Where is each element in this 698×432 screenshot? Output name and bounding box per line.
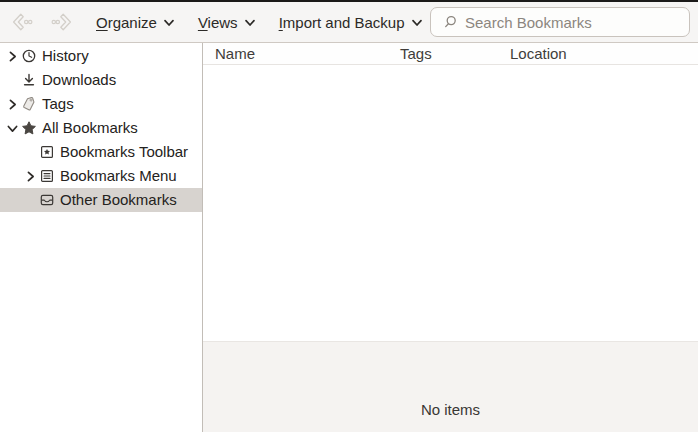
empty-state-text: No items — [203, 401, 698, 418]
column-header-location[interactable]: Location — [510, 44, 567, 64]
search-icon — [442, 14, 458, 30]
sidebar-item-label: Tags — [42, 96, 74, 112]
menu-button-label: Organize — [96, 14, 157, 31]
content-area: HistoryDownloadsTagsAll BookmarksBookmar… — [0, 43, 698, 432]
chevron-down-icon — [163, 17, 175, 29]
forward-button[interactable] — [50, 9, 76, 35]
bookmarks-menu-icon — [39, 168, 55, 184]
back-button[interactable] — [8, 9, 34, 35]
search-input[interactable] — [465, 14, 681, 31]
toolbar: Organize Views Import and Backup — [0, 2, 698, 43]
chevron-down-icon — [244, 17, 256, 29]
sidebar-item-label: Other Bookmarks — [60, 192, 177, 208]
chevron-down-icon[interactable] — [4, 120, 21, 136]
expander-spacer — [22, 192, 39, 208]
download-icon — [21, 72, 37, 88]
search-box[interactable] — [430, 7, 690, 37]
views-menu-button[interactable]: Views — [195, 9, 259, 36]
chevron-right-icon[interactable] — [4, 48, 21, 64]
import-and-backup-menu-button[interactable]: Import and Backup — [276, 9, 426, 36]
column-header-tags[interactable]: Tags — [400, 44, 432, 64]
list-header: Name Tags Location — [203, 43, 698, 65]
expander-spacer — [4, 72, 21, 88]
column-header-name[interactable]: Name — [215, 44, 255, 64]
sidebar-item-label: Downloads — [42, 72, 116, 88]
bookmarks-list[interactable] — [203, 65, 698, 341]
other-bookmarks-icon — [39, 192, 55, 208]
bookmarks-toolbar-icon — [39, 144, 55, 160]
organize-menu-button[interactable]: Organize — [93, 9, 178, 36]
sidebar-item-bookmarks-menu[interactable]: Bookmarks Menu — [0, 164, 202, 188]
expander-spacer — [22, 144, 39, 160]
library-window: Organize Views Import and Backup History… — [0, 0, 698, 432]
sidebar-item-tags[interactable]: Tags — [0, 92, 202, 116]
chevron-right-icon[interactable] — [22, 168, 39, 184]
menu-button-label: Import and Backup — [279, 14, 405, 31]
sidebar-item-label: Bookmarks Menu — [60, 168, 177, 184]
sidebar-item-bookmarks-toolbar[interactable]: Bookmarks Toolbar — [0, 140, 202, 164]
sidebar-item-label: All Bookmarks — [42, 120, 138, 136]
forward-icon — [51, 10, 75, 34]
sidebar-item-other-bookmarks[interactable]: Other Bookmarks — [0, 188, 202, 212]
menu-button-label: Views — [198, 14, 238, 31]
sidebar-item-all-bookmarks[interactable]: All Bookmarks — [0, 116, 202, 140]
clock-icon — [21, 48, 37, 64]
main-panel: Name Tags Location No items — [203, 43, 698, 432]
star-icon — [21, 120, 37, 136]
details-pane: No items — [203, 341, 698, 432]
sidebar-item-history[interactable]: History — [0, 44, 202, 68]
sidebar-item-downloads[interactable]: Downloads — [0, 68, 202, 92]
sidebar-tree: HistoryDownloadsTagsAll BookmarksBookmar… — [0, 43, 203, 432]
chevron-down-icon — [411, 17, 423, 29]
chevron-right-icon[interactable] — [4, 96, 21, 112]
tag-icon — [21, 96, 37, 112]
sidebar-item-label: History — [42, 48, 89, 64]
sidebar-item-label: Bookmarks Toolbar — [60, 144, 188, 160]
back-icon — [9, 10, 33, 34]
